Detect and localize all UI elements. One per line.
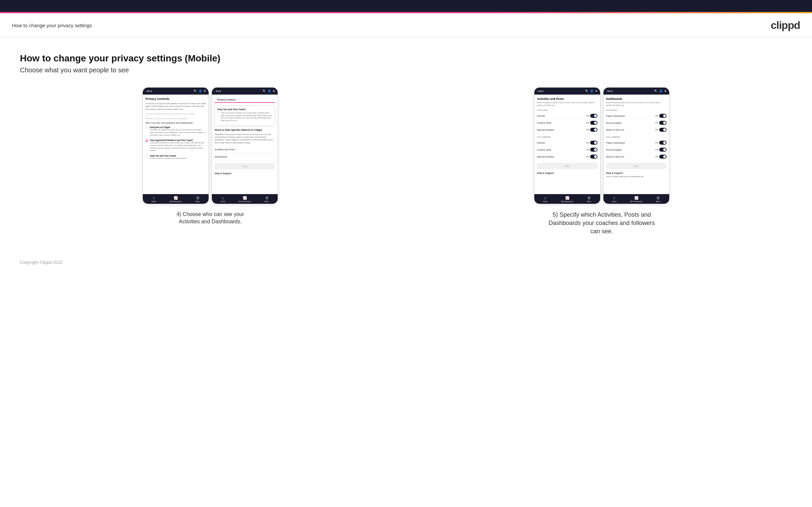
screen1-back: ‹ Back xyxy=(146,90,152,92)
coaches-rounds: Rounds ON xyxy=(537,112,598,119)
people-icon-2: 👤 xyxy=(268,90,271,93)
screen1-desc2: This data is visible to anyone who searc… xyxy=(146,112,206,115)
toggle-followers-what-to-work[interactable] xyxy=(659,155,666,159)
page-subtitle: Choose what you want people to see xyxy=(20,66,792,74)
screen3-tabbar: ⌂ Home 📈 My Performance ☰ Menu xyxy=(535,194,600,204)
tab-performance-3: 📈 My Performance xyxy=(556,196,578,203)
caption-4: 4) Choose who can see your Activities an… xyxy=(167,211,253,226)
toggle-coaches-what-to-work[interactable] xyxy=(659,128,666,132)
radio-desc-1: Everyone on Clippd can search for you an… xyxy=(150,129,206,136)
toggle-coaches-round-insights[interactable] xyxy=(659,121,666,125)
chart-icon-1: 📈 xyxy=(174,196,178,200)
phone-screen-2: ‹ Back 🔍 👤 ⚙ Privacy Controls xyxy=(211,87,278,204)
screen2-help: Help & Support xyxy=(214,172,275,174)
screen2-save-btn[interactable]: Save xyxy=(214,163,275,170)
tab-performance-4: 📈 My Performance xyxy=(625,196,647,203)
screen1-desc3: However you can control who can see your… xyxy=(146,117,206,120)
search-icon: 🔍 xyxy=(194,90,197,93)
radio-label-2: Only Approved Followers and Your Coach xyxy=(150,139,206,142)
search-icon-3: 🔍 xyxy=(585,90,589,93)
toggle-followers-round-insights[interactable] xyxy=(659,148,666,152)
screen1-desc1: Control how you and your data appears to… xyxy=(146,102,206,111)
toggle-coaches-practice[interactable] xyxy=(590,121,598,125)
steps-4-section: ‹ Back 🔍 👤 ⚙ Privacy Controls Control ho… xyxy=(20,87,401,226)
radio-circle-2 xyxy=(146,139,148,142)
tab-home-1: ⌂ Home xyxy=(143,196,165,203)
toggle-coaches-manual[interactable] xyxy=(590,128,598,132)
home-icon-4: ⌂ xyxy=(613,196,615,200)
phone-screen-4: ‹ Back 🔍 👤 ⚙ Dashboards Select the dashb… xyxy=(603,87,669,204)
screen3-help: Help & Support xyxy=(537,172,598,174)
screen4-header: ‹ Back 🔍 👤 ⚙ xyxy=(603,88,669,95)
search-icon-4: 🔍 xyxy=(654,90,658,93)
screen1-title: Privacy Controls xyxy=(146,97,206,101)
screen1-header: ‹ Back 🔍 👤 ⚙ xyxy=(143,88,209,95)
screen2-popup: Only You and Your Coach Only you and the… xyxy=(214,106,275,126)
header: How to change your privacy settings clip… xyxy=(0,13,812,37)
popup-radio: Only you and the coaches you connect wit… xyxy=(217,112,272,122)
toggle-coaches-player-dash[interactable] xyxy=(659,114,666,118)
popup-title: Only You and Your Coach xyxy=(217,108,272,111)
screen2-section-heading: Show or hide specific features in Clippd xyxy=(214,128,275,131)
people-icon: 👤 xyxy=(199,90,202,93)
radio-circle-3 xyxy=(146,155,148,158)
screen4-save-btn[interactable]: Save xyxy=(606,163,666,169)
followers-rounds: Rounds ON xyxy=(537,139,598,146)
screen1-tabbar: ⌂ Home 📈 My Performance ☰ Menu xyxy=(143,194,209,204)
screen4-body: Dashboards Select the dashboards that yo… xyxy=(603,95,669,194)
toggle-followers-manual[interactable] xyxy=(590,155,598,159)
screen4-icons: 🔍 👤 ⚙ xyxy=(654,90,666,93)
screen1-section-label: Who Can See Your Activities and Dashboar… xyxy=(146,122,206,124)
followers-practice: Practice Drills ON xyxy=(537,146,598,153)
popup-desc: Only you and the coaches you connect wit… xyxy=(221,112,272,122)
screen4-help: Help & Support xyxy=(606,172,666,174)
screen3-save-btn[interactable]: Save xyxy=(537,163,598,169)
toggle-coaches-rounds[interactable] xyxy=(590,114,598,118)
settings-icon-4: ⚙ xyxy=(664,90,666,93)
tab-menu-3: ☰ Menu xyxy=(578,196,600,203)
radio-everyone: Everyone on Clippd Everyone on Clippd ca… xyxy=(146,126,206,136)
tab-label-home: Home xyxy=(152,201,156,203)
toggle-followers-player-dash[interactable] xyxy=(659,141,666,145)
settings-icon-2: ⚙ xyxy=(273,90,275,93)
tab-label-menu: Menu xyxy=(196,201,200,203)
followers-label-4: FOLLOWERS xyxy=(606,136,666,138)
screen4-desc: Select the dashboards that you'd like to… xyxy=(606,102,666,107)
popup-radio-circle xyxy=(217,112,219,114)
screen2-section-desc: Regardless of the privacy controls that … xyxy=(214,133,275,144)
home-icon-3: ⌂ xyxy=(544,196,546,200)
followers-label-3: FOLLOWERS xyxy=(537,136,598,138)
chart-icon-2: 📈 xyxy=(243,196,247,200)
phone-screen-1: ‹ Back 🔍 👤 ⚙ Privacy Controls Control ho… xyxy=(143,87,209,204)
link-activities: Activities and Posts › xyxy=(214,146,275,153)
coaches-practice: Practice Drills ON xyxy=(537,119,598,126)
tab-menu-2: ☰ Menu xyxy=(256,196,277,203)
screen3-header: ‹ Back 🔍 👤 ⚙ xyxy=(535,88,600,95)
coaches-what-to-work: What To Work On ON xyxy=(606,126,666,133)
screen2-tabs: Privacy Controls xyxy=(214,97,275,103)
followers-manual: Manual Activities ON xyxy=(537,153,598,160)
toggle-followers-rounds[interactable] xyxy=(590,141,598,145)
screen3-body: Activities and Posts Select the types of… xyxy=(535,95,600,194)
screen4-title: Dashboards xyxy=(606,97,666,101)
search-icon-2: 🔍 xyxy=(263,90,266,93)
radio-approved: Only Approved Followers and Your Coach O… xyxy=(146,139,206,152)
coaches-manual: Manual Activities ON xyxy=(537,126,598,133)
screen1-icons: 🔍 👤 ⚙ xyxy=(194,90,206,93)
link-label-dashboards: Dashboards xyxy=(214,156,227,158)
header-title: How to change your privacy settings xyxy=(12,22,92,28)
screen2-icons: 🔍 👤 ⚙ xyxy=(263,90,275,93)
screen3-title: Activities and Posts xyxy=(537,97,598,101)
screen2-header: ‹ Back 🔍 👤 ⚙ xyxy=(212,88,277,95)
screen2-tabbar: ⌂ Home 📈 My Performance ☰ Menu xyxy=(212,194,277,204)
tab-home-4: ⌂ Home xyxy=(603,196,625,203)
tab-menu-4: ☰ Menu xyxy=(647,196,669,203)
radio-label-3: Only You and Your Coach xyxy=(150,155,187,157)
footer: Copyright Clippd 2022 xyxy=(0,249,812,275)
toggle-followers-practice[interactable] xyxy=(590,148,598,152)
radio-desc-3: Only you and the coaches you connect wit… xyxy=(150,157,187,160)
double-mockup-5: ‹ Back 🔍 👤 ⚙ Activities and Posts Select… xyxy=(534,87,669,204)
mockup-grid: ‹ Back 🔍 👤 ⚙ Privacy Controls Control ho… xyxy=(20,87,792,236)
menu-icon-3: ☰ xyxy=(588,196,591,200)
menu-icon-2: ☰ xyxy=(265,196,268,200)
